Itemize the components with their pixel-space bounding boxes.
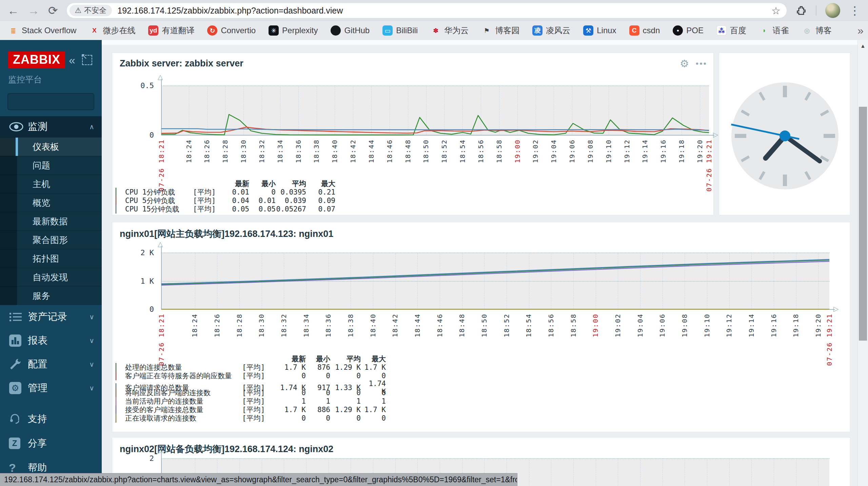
series-function: [平均] — [193, 196, 223, 205]
series-color-swatch — [116, 397, 116, 406]
chevron-down-icon: ∨ — [89, 337, 94, 345]
series-value: 0 — [306, 372, 330, 380]
scrollbar-up-icon[interactable]: ▲ — [858, 41, 868, 52]
bookmark-star-icon[interactable]: ☆ — [771, 5, 783, 17]
forward-icon[interactable]: → — [28, 5, 39, 16]
sidebar-item-administration[interactable]: ⚙ 管理 ∨ — [0, 376, 102, 400]
series-value: 0 — [272, 372, 306, 380]
sidebar-item-support[interactable]: 支持 — [0, 407, 102, 431]
bookmark-label: POE — [686, 26, 704, 35]
url-text[interactable]: 192.168.174.125/zabbix/zabbix.php?action… — [117, 6, 766, 16]
chevron-up-icon: ∧ — [89, 123, 94, 131]
series-value: 0 — [330, 389, 361, 397]
graph-legend: 最新最小平均最大CPU 1分钟负载[平均]0.0100.03950.21CPU … — [116, 179, 335, 213]
sidebar-subitem-8[interactable]: 自动发现 — [0, 268, 102, 286]
zabbix-logo[interactable]: ZABBIX — [8, 52, 65, 68]
sidebar-subitem-9[interactable]: 服务 — [0, 286, 102, 305]
series-value: 1 — [361, 397, 386, 405]
scrollbar-thumb[interactable] — [859, 107, 867, 341]
sidebar-subitem-1[interactable]: 仪表板 — [0, 137, 102, 156]
bookmark-item[interactable]: ↻Convertio — [207, 25, 256, 36]
bookmark-item[interactable]: ⁂百度 — [716, 25, 746, 36]
sidebar-item-configuration[interactable]: 配置 ∨ — [0, 352, 102, 376]
chevron-down-icon: ∨ — [89, 384, 94, 392]
bookmark-item[interactable]: 凌凌风云 — [532, 25, 570, 36]
y-axis-arrow-icon: △ — [158, 446, 163, 454]
convertio-icon: ↻ — [207, 25, 217, 36]
gridline — [663, 459, 663, 486]
sidebar-subitem-3[interactable]: 主机 — [0, 175, 102, 193]
x-axis-arrow-icon: ▷ — [713, 130, 718, 139]
series-label: CPU 5分钟负载 — [125, 196, 193, 205]
yuque-icon: ◗ — [759, 25, 769, 36]
legend-row: 将响应反回客户端的连接数[平均]0000 — [116, 388, 386, 397]
bookmark-item[interactable]: yd有道翻译 — [148, 25, 194, 36]
back-icon[interactable]: ← — [7, 5, 19, 16]
graph-legend: 最新最小平均最大处理的连接总数量[平均]1.7 K8761.29 K1.7 K客… — [116, 354, 386, 422]
series-label: 处理的连接总数量 — [125, 363, 242, 372]
bookmark-item[interactable]: X微步在线 — [89, 25, 135, 36]
bookmark-item[interactable]: ✳Perplexity — [269, 25, 318, 36]
sidebar-subitem-7[interactable]: 拓扑图 — [0, 249, 102, 268]
gridline — [729, 459, 730, 486]
sidebar-collapse-icon[interactable]: « — [69, 54, 75, 67]
widget-nginx01: nginx01[网站主负载均衡]192.168.174.123: nginx01… — [112, 222, 850, 432]
bookmark-label: 百度 — [730, 25, 746, 36]
scrollbar[interactable]: ▲ — [857, 40, 868, 486]
browser-toolbar: ← → ⟳ ⚠ 不安全 192.168.174.125/zabbix/zabbi… — [0, 0, 868, 21]
security-chip[interactable]: ⚠ 不安全 — [70, 5, 112, 16]
bookmark-item[interactable]: ◗语雀 — [759, 25, 789, 36]
sidebar-item-reports[interactable]: 报表 ∨ — [0, 329, 102, 352]
sidebar-subitem-6[interactable]: 聚合图形 — [0, 230, 102, 249]
perplexity-icon: ✳ — [269, 25, 279, 36]
bookmark-label: 博客 — [815, 25, 832, 36]
sidebar-item-monitoring[interactable]: 监测 ∧ — [0, 116, 102, 137]
bookmark-item[interactable]: ⚒Linux — [583, 25, 616, 36]
bookmark-item[interactable]: ▭BiliBili — [382, 25, 418, 36]
address-bar[interactable]: ⚠ 不安全 192.168.174.125/zabbix/zabbix.php?… — [67, 3, 787, 18]
gridline — [529, 459, 529, 486]
series-color-swatch — [116, 188, 116, 197]
sidebar-expand-icon[interactable]: ↖ — [82, 55, 92, 65]
toolbar-separator — [816, 5, 816, 16]
sidebar-item-inventory[interactable]: 资产记录 ∨ — [0, 305, 102, 329]
csdn-icon: C — [629, 25, 639, 36]
series-function: [平均] — [242, 388, 272, 398]
bookmark-item[interactable]: Ccsdn — [629, 25, 660, 36]
profile-avatar[interactable] — [825, 3, 840, 18]
series-value: 0 — [330, 414, 361, 422]
poe-icon: • — [673, 25, 683, 36]
series-value: 0 — [272, 389, 306, 397]
gridline — [707, 459, 707, 486]
bookmark-item[interactable]: ⚑博客园 — [481, 25, 519, 36]
sidebar-subitem-5[interactable]: 最新数据 — [0, 212, 102, 230]
bookmark-item[interactable]: ◎博客 — [802, 25, 832, 36]
huawei-cloud-icon: ✽ — [431, 25, 441, 36]
threatbook-icon: X — [89, 25, 99, 36]
sidebar-subitem-4[interactable]: 概览 — [0, 193, 102, 212]
y-axis-label: 0 — [130, 131, 154, 139]
warning-icon: ⚠ — [75, 6, 82, 15]
series-value: 0.05 — [249, 205, 276, 213]
bookmarks-overflow-icon[interactable]: » — [857, 24, 864, 37]
series-value: 0.09 — [306, 197, 335, 205]
blog-icon: ◎ — [802, 25, 812, 36]
bookmark-item[interactable]: ✽华为云 — [431, 25, 469, 36]
bookmark-item[interactable]: •POE — [673, 25, 704, 36]
extensions-icon[interactable] — [795, 5, 807, 16]
series-label: 接受的客户端连接总数量 — [125, 405, 242, 414]
sidebar-search[interactable] — [7, 93, 94, 110]
sidebar-subitem-2[interactable]: 问题 — [0, 156, 102, 175]
bookmark-item[interactable]: ≣Stack Overflow — [8, 25, 76, 36]
sidebar-item-share[interactable]: Z 分享 — [0, 431, 102, 455]
chevron-down-icon: ∨ — [89, 313, 94, 321]
series-value: 1.7 K — [361, 363, 386, 371]
headset-icon — [9, 413, 28, 425]
series-color-swatch — [116, 196, 116, 205]
legend-header: 最新 — [272, 354, 306, 364]
browser-menu-icon[interactable]: ⋮ — [849, 5, 861, 16]
legend-row: CPU 15分钟负载[平均]0.050.050.052670.07 — [116, 204, 335, 213]
bookmark-item[interactable]: GitHub — [331, 25, 370, 36]
series-value: 0 — [306, 414, 330, 422]
reload-icon[interactable]: ⟳ — [48, 5, 58, 16]
